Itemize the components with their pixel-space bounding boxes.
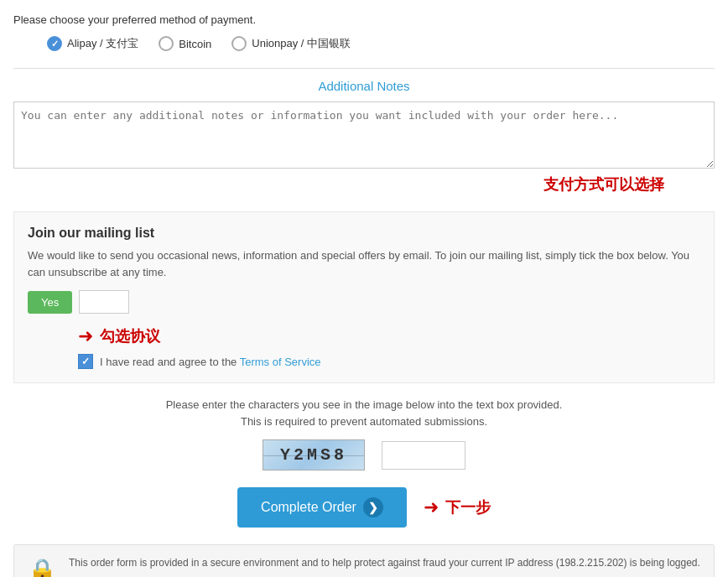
unionpay-option[interactable]: Unionpay / 中国银联 [231,36,351,51]
additional-notes-textarea[interactable] [13,101,715,169]
captcha-image: Y2MS8 [263,439,365,470]
payment-method-label: Please choose your preferred method of p… [13,13,715,26]
complete-order-row: Complete Order ❯ ➜ 下一步 [13,487,715,528]
unionpay-label: Unionpay / 中国银联 [252,36,351,51]
captcha-section: Please enter the characters you see in t… [13,397,715,470]
yes-input[interactable] [79,290,129,314]
bitcoin-radio[interactable] [159,36,174,51]
terms-text-before: I have read and agree to the [100,356,240,368]
captcha-instruction: Please enter the characters you see in t… [13,397,715,429]
yes-button[interactable]: Yes [28,291,72,314]
captcha-line2: This is required to prevent automated su… [241,415,487,428]
lock-icon: 🔒 [28,557,57,577]
payment-options: Alipay / 支付宝 Bitcoin Unionpay / 中国银联 [13,36,715,51]
mailing-description: We would like to send you occasional new… [28,247,700,280]
annotation-payment-text: 支付方式可以选择 [543,176,664,193]
agree-annotation-text: 勾选协议 [100,326,160,346]
arrow-right-icon: ➜ [78,325,93,347]
next-step-annotation: ➜ 下一步 [424,496,491,518]
payment-method-section: Please choose your preferred method of p… [13,13,715,51]
unionpay-radio[interactable] [231,36,247,51]
annotation-area-payment: 支付方式可以选择 [13,171,715,198]
next-arrow-icon: ➜ [424,496,439,518]
bitcoin-option[interactable]: Bitcoin [159,36,211,51]
complete-order-button[interactable]: Complete Order ❯ [237,487,407,528]
terms-text: I have read and agree to the Terms of Se… [100,356,321,368]
alipay-option[interactable]: Alipay / 支付宝 [47,36,138,51]
complete-order-arrow-icon: ❯ [363,497,383,517]
bitcoin-label: Bitcoin [179,38,211,50]
checkbox-annotation: ➜ 勾选协议 [78,325,700,347]
page-wrapper: Please choose your preferred method of p… [0,0,728,577]
complete-order-label: Complete Order [261,500,356,515]
mailing-section: Join our mailing list We would like to s… [13,211,715,383]
captcha-input[interactable] [382,441,465,470]
secure-text: This order form is provided in a secure … [69,555,700,570]
terms-checkbox[interactable] [78,354,93,369]
next-step-label: 下一步 [445,497,491,517]
alipay-radio[interactable] [47,36,62,51]
captcha-row: Y2MS8 [13,439,715,470]
additional-notes-title: Additional Notes [13,68,715,93]
secure-footer: 🔒 This order form is provided in a secur… [13,544,715,577]
terms-row: I have read and agree to the Terms of Se… [78,354,700,369]
terms-of-service-link[interactable]: Terms of Service [240,356,321,368]
mailing-title: Join our mailing list [28,226,700,241]
alipay-label: Alipay / 支付宝 [67,36,138,51]
captcha-line1: Please enter the characters you see in t… [166,398,563,411]
additional-notes-section: Additional Notes 支付方式可以选择 [13,68,715,198]
